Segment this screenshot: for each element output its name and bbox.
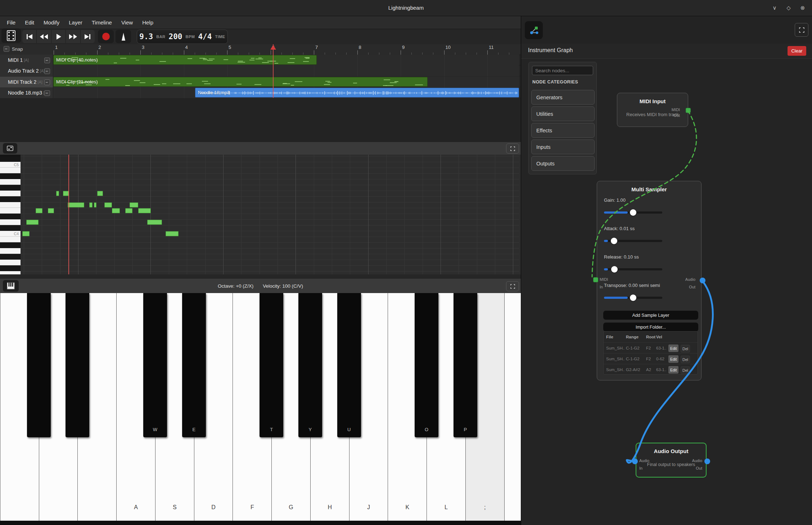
graph-mode-button[interactable] <box>525 21 543 39</box>
note-F4[interactable] <box>94 202 96 207</box>
black-key-Y[interactable]: Y <box>298 293 322 437</box>
note-E4[interactable] <box>48 208 54 213</box>
note-D4[interactable] <box>147 220 162 225</box>
del-button[interactable]: Del <box>681 356 690 363</box>
midi-in-port[interactable] <box>593 277 598 282</box>
import-folder-button[interactable]: Import Folder... <box>603 323 698 332</box>
key-D#4[interactable] <box>0 214 21 219</box>
note-F4[interactable] <box>68 202 84 207</box>
param-slider[interactable] <box>604 211 662 214</box>
menu-layer[interactable]: Layer <box>64 16 87 29</box>
category-effects[interactable]: Effects <box>531 123 595 138</box>
track-name-cell[interactable]: Audio Track 2[A] <box>0 65 53 76</box>
timeline-playhead[interactable] <box>273 44 274 98</box>
black-key[interactable] <box>27 293 51 437</box>
piano-roll-expand-button[interactable] <box>506 143 519 154</box>
track-row[interactable]: MIDI Clip (21 notes)MIDI Track 2[A] <box>0 77 521 87</box>
edit-button[interactable]: Edit <box>668 344 678 352</box>
timeline-ruler[interactable]: Snap 1234567891011 <box>0 44 521 55</box>
black-key-T[interactable]: T <box>260 293 283 437</box>
menu-help[interactable]: Help <box>137 16 158 29</box>
key-A3[interactable] <box>0 248 21 254</box>
key-C#4[interactable] <box>0 225 21 231</box>
track-checkbox[interactable] <box>44 68 50 74</box>
note-E4[interactable] <box>125 208 132 213</box>
audio-out-port[interactable] <box>700 278 705 283</box>
key-D4[interactable] <box>0 219 21 225</box>
menu-view[interactable]: View <box>117 16 137 29</box>
param-slider[interactable] <box>604 268 662 270</box>
note-F4[interactable] <box>130 202 138 207</box>
slider-thumb[interactable] <box>630 295 636 301</box>
key-F#3[interactable] <box>0 265 21 271</box>
add-sample-layer-button[interactable]: Add Sample Layer <box>603 311 698 320</box>
menu-file[interactable]: File <box>2 16 20 29</box>
edit-button[interactable]: Edit <box>668 366 678 374</box>
slider-thumb[interactable] <box>630 209 636 216</box>
audio-clip[interactable]: Noodle 18.mp3 <box>195 88 519 97</box>
record-button[interactable] <box>98 30 114 43</box>
skip-start-button[interactable] <box>22 30 37 43</box>
note-E4[interactable] <box>36 208 42 213</box>
key-A#3[interactable] <box>0 242 21 248</box>
track-name-cell[interactable]: MIDI Track 2[A] <box>0 77 53 87</box>
category-generators[interactable]: Generators <box>531 90 595 105</box>
note-F4[interactable] <box>89 202 93 207</box>
track-lane[interactable]: Noodle 18.mp3 <box>53 87 519 98</box>
note-G4[interactable] <box>97 191 103 196</box>
edit-button[interactable]: Edit <box>668 355 678 363</box>
snap-checkbox[interactable] <box>4 46 9 52</box>
menu-modify[interactable]: Modify <box>39 16 64 29</box>
black-key-E[interactable]: E <box>182 293 206 437</box>
del-button[interactable]: Del <box>681 366 690 374</box>
track-checkbox[interactable] <box>44 79 50 85</box>
fast-forward-button[interactable] <box>66 30 80 43</box>
note-E4[interactable] <box>138 208 151 213</box>
key-B4[interactable] <box>0 168 21 173</box>
film-button[interactable] <box>1 28 21 43</box>
key-E4[interactable] <box>0 208 21 214</box>
midi-clip[interactable]: MIDI Clip (40 notes) <box>53 55 317 65</box>
black-key-W[interactable]: W <box>143 293 167 437</box>
note-F4[interactable] <box>104 202 112 207</box>
category-utilities[interactable]: Utilities <box>531 106 595 121</box>
note-G4[interactable] <box>56 191 59 196</box>
category-outputs[interactable]: Outputs <box>531 156 595 171</box>
menu-edit[interactable]: Edit <box>20 16 39 29</box>
note-C4[interactable] <box>166 231 179 236</box>
audio-output-node[interactable]: Audio Output Final output to speakers Au… <box>636 443 707 478</box>
close-icon[interactable]: ⊗ <box>798 3 808 13</box>
track-lane[interactable] <box>53 65 519 76</box>
black-key[interactable] <box>66 293 89 437</box>
piano-roll-playhead[interactable] <box>68 155 69 274</box>
note-C4[interactable] <box>22 231 30 236</box>
track-row[interactable]: Audio Track 2[A] <box>0 65 521 76</box>
key-F3[interactable] <box>0 271 21 274</box>
note-D4[interactable] <box>26 220 39 225</box>
piano-roll-key-column[interactable]: C5C4 <box>0 155 21 274</box>
black-key-P[interactable]: P <box>454 293 477 437</box>
key-B3[interactable] <box>0 237 21 242</box>
track-checkbox[interactable] <box>44 90 50 96</box>
del-button[interactable]: Del <box>681 345 690 352</box>
track-name-cell[interactable]: Noodle 18.mp3[A] <box>0 87 53 98</box>
slider-thumb[interactable] <box>611 238 617 244</box>
white-key[interactable] <box>504 293 521 521</box>
black-key-U[interactable]: U <box>337 293 361 437</box>
key-G4[interactable] <box>0 191 21 196</box>
audio-in-port[interactable] <box>632 458 638 464</box>
key-A4[interactable] <box>0 179 21 185</box>
menu-timeline[interactable]: Timeline <box>87 16 117 29</box>
graph-expand-button[interactable] <box>795 23 808 37</box>
midi-clip[interactable]: MIDI Clip (21 notes) <box>53 77 428 87</box>
skip-end-button[interactable] <box>81 30 95 43</box>
track-lane[interactable]: MIDI Clip (40 notes) <box>53 55 519 65</box>
metronome-button[interactable] <box>116 30 131 43</box>
piano-roll[interactable]: C5C4 <box>0 155 521 274</box>
playhead-marker-icon[interactable] <box>270 45 276 50</box>
key-G#3[interactable] <box>0 254 21 260</box>
track-name-cell[interactable]: MIDI 1[A] <box>0 55 53 65</box>
key-C4[interactable]: C4 <box>0 231 21 237</box>
track-checkbox[interactable] <box>44 58 50 63</box>
key-G#4[interactable] <box>0 185 21 191</box>
